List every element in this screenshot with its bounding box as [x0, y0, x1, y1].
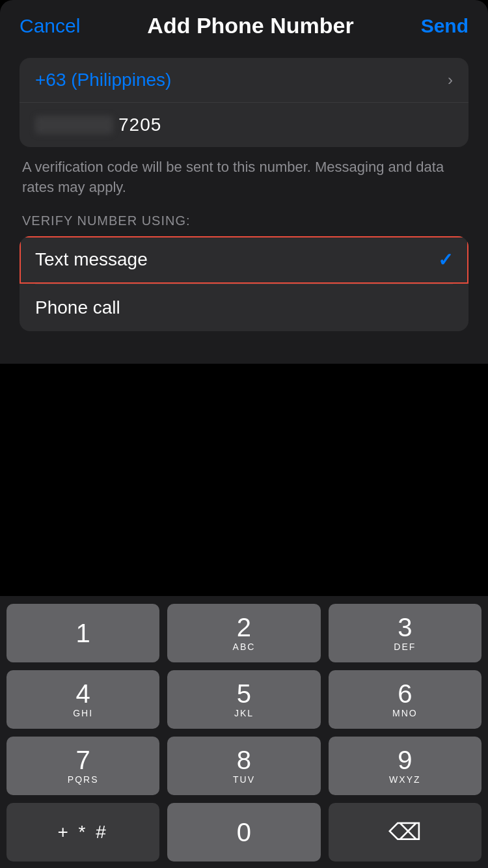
- phone-call-option[interactable]: Phone call: [20, 284, 468, 331]
- key-delete[interactable]: ⌫: [329, 803, 481, 861]
- key-symbols[interactable]: + * #: [7, 803, 159, 861]
- key-row-1: 1 2 ABC 3 DEF: [7, 604, 481, 662]
- chevron-right-icon: ›: [448, 71, 453, 89]
- phone-card: +63 (Philippines) › 7205: [20, 58, 468, 147]
- send-button[interactable]: Send: [421, 15, 468, 37]
- phone-digits: 7205: [118, 115, 161, 135]
- key-3-main: 3: [398, 614, 412, 640]
- text-message-option[interactable]: Text message ✓: [20, 236, 468, 284]
- key-1[interactable]: 1: [7, 604, 159, 662]
- key-3[interactable]: 3 DEF: [329, 604, 481, 662]
- key-2-main: 2: [237, 614, 251, 640]
- country-selector[interactable]: +63 (Philippines) ›: [20, 58, 468, 103]
- key-5[interactable]: 5 JKL: [167, 670, 320, 729]
- key-0-main: 0: [237, 819, 251, 845]
- key-6[interactable]: 6 MNO: [329, 670, 481, 729]
- key-5-sub: JKL: [234, 708, 254, 718]
- key-9[interactable]: 9 WXYZ: [329, 737, 481, 795]
- top-bar: Cancel Add Phone Number Send: [0, 0, 488, 45]
- text-message-label: Text message: [35, 249, 148, 270]
- key-0[interactable]: 0: [167, 803, 320, 861]
- key-5-main: 5: [237, 681, 251, 707]
- key-9-main: 9: [398, 747, 412, 773]
- key-row-3: 7 PQRS 8 TUV 9 WXYZ: [7, 737, 481, 795]
- key-row-2: 4 GHI 5 JKL 6 MNO: [7, 670, 481, 729]
- verification-note: A verification code will be sent to this…: [20, 157, 468, 198]
- key-row-4: + * # 0 ⌫: [7, 803, 481, 861]
- key-7-main: 7: [76, 747, 90, 773]
- spacer: [0, 344, 488, 364]
- checkmark-icon: ✓: [438, 249, 453, 271]
- content-area: +63 (Philippines) › 7205 A verification …: [0, 45, 488, 344]
- page-title: Add Phone Number: [147, 13, 353, 38]
- phone-blurred: [35, 116, 113, 134]
- key-4[interactable]: 4 GHI: [7, 670, 159, 729]
- key-3-sub: DEF: [394, 642, 416, 652]
- key-2[interactable]: 2 ABC: [167, 604, 320, 662]
- key-4-sub: GHI: [73, 708, 93, 718]
- delete-icon: ⌫: [388, 819, 422, 846]
- key-7-sub: PQRS: [68, 774, 99, 785]
- key-2-sub: ABC: [233, 642, 256, 652]
- key-4-main: 4: [76, 681, 90, 707]
- key-1-main: 1: [76, 620, 90, 646]
- phone-call-label: Phone call: [35, 297, 120, 318]
- key-6-sub: MNO: [392, 708, 418, 718]
- cancel-button[interactable]: Cancel: [20, 15, 80, 37]
- phone-number-row: 7205: [20, 103, 468, 147]
- keyboard-area: 1 2 ABC 3 DEF 4 GHI 5 JKL 6 MNO 7 PQRS: [0, 596, 488, 868]
- verify-section-label: VERIFY NUMBER USING:: [20, 213, 468, 228]
- country-label: +63 (Philippines): [35, 70, 171, 90]
- key-8-main: 8: [237, 747, 251, 773]
- verify-options: Text message ✓ Phone call: [20, 236, 468, 331]
- key-8-sub: TUV: [233, 774, 255, 785]
- key-symbols-label: + * #: [57, 822, 108, 843]
- key-9-sub: WXYZ: [389, 774, 420, 785]
- key-8[interactable]: 8 TUV: [167, 737, 320, 795]
- key-7[interactable]: 7 PQRS: [7, 737, 159, 795]
- key-6-main: 6: [398, 681, 412, 707]
